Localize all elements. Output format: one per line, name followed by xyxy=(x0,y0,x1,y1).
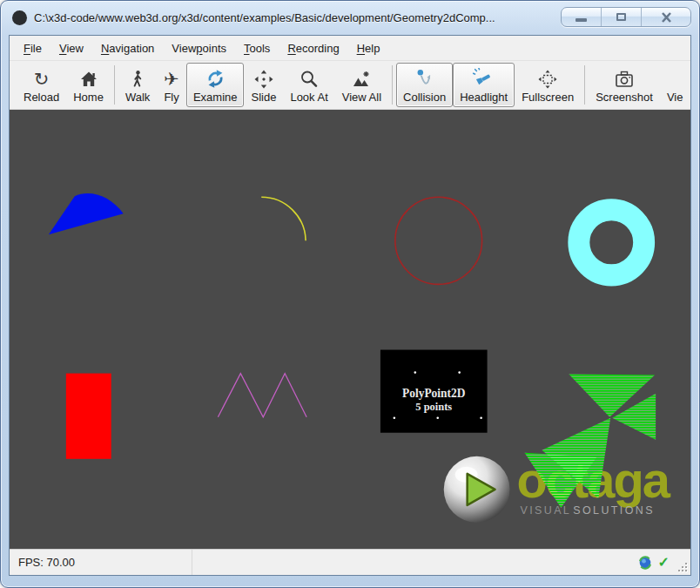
menu-label: ile xyxy=(30,42,42,55)
toolbar-button-reload[interactable]: ↻ Reload xyxy=(17,63,66,107)
viewport-canvas[interactable]: PolyPoint2D5 points octaga VISUAL SOLUTI… xyxy=(10,110,690,549)
window-title: C:\x3d-code/www.web3d.org/x3d/content/ex… xyxy=(34,11,495,24)
menu-item-viewpoints[interactable]: Viewpoints xyxy=(163,37,235,59)
toolbar-button-label: Examine xyxy=(193,91,238,105)
fps-label: FPS: 70.00 xyxy=(18,556,75,569)
menu-label: F xyxy=(24,42,30,55)
toolbar-button-look-at[interactable]: Look At xyxy=(283,63,334,107)
app-window: C:\x3d-code/www.web3d.org/x3d/content/ex… xyxy=(0,0,700,588)
statusbar: FPS: 70.00 ✓ xyxy=(10,549,690,575)
toolbar-button-slide[interactable]: Slide xyxy=(244,63,283,107)
client-area: File View Navigation Viewpoints Tools Re… xyxy=(9,35,691,576)
window-controls xyxy=(561,7,691,27)
shape-rectangle2d xyxy=(66,374,111,459)
minimize-button[interactable] xyxy=(562,8,602,26)
examine-icon xyxy=(205,67,226,91)
menu-label: N xyxy=(101,42,109,55)
toolbar-separator xyxy=(584,65,585,105)
menu-item-view[interactable]: View xyxy=(50,37,92,59)
toolbar-button-label: Walk xyxy=(125,91,150,105)
headlight-icon xyxy=(473,67,495,91)
toolbar-button-collision[interactable]: Collision xyxy=(396,63,453,107)
toolbar-separator xyxy=(392,65,393,105)
toolbar-separator xyxy=(114,65,115,105)
status-check-icon: ✓ xyxy=(658,556,670,570)
menu-item-recording[interactable]: Recording xyxy=(279,37,347,59)
fly-icon: ✈ xyxy=(164,67,179,91)
scene-shapes-layer: PolyPoint2D5 points xyxy=(49,193,644,459)
toolbar: ↻ Reload Home Walk ✈ Fly xyxy=(10,61,690,110)
close-icon xyxy=(661,12,672,23)
polypoint-count-label: 5 points xyxy=(415,401,452,413)
logo-tagline-visual: VISUAL xyxy=(521,504,572,517)
menu-item-tools[interactable]: Tools xyxy=(235,37,279,59)
point2d xyxy=(436,416,439,419)
polypoint-label: PolyPoint2D xyxy=(402,387,466,400)
network-globe-icon xyxy=(638,556,652,570)
toolbar-button-screenshot[interactable]: Screenshot xyxy=(589,63,660,107)
screenshot-icon xyxy=(614,67,635,91)
toolbar-button-label: Vie xyxy=(667,91,683,105)
toolbar-button-walk[interactable]: Walk xyxy=(118,63,157,107)
fullscreen-icon xyxy=(537,67,558,91)
menu-label: ools xyxy=(250,42,271,55)
toolbar-button-view-all[interactable]: View All xyxy=(335,63,388,107)
point2d xyxy=(458,371,461,374)
fps-panel: FPS: 70.00 xyxy=(10,550,192,575)
menu-label: iew xyxy=(66,42,84,55)
point2d xyxy=(394,416,396,419)
menu-label: H xyxy=(357,42,365,55)
menu-label: oints xyxy=(203,42,226,55)
shape-arcclose2d xyxy=(49,193,124,234)
shape-arc2d xyxy=(261,197,306,240)
menu-label: elp xyxy=(365,42,380,55)
look-at-icon xyxy=(299,67,320,91)
toolbar-button-examine[interactable]: Examine xyxy=(186,63,245,107)
menu-item-navigation[interactable]: Navigation xyxy=(92,37,163,59)
slide-icon xyxy=(253,67,274,91)
collision-icon xyxy=(414,67,435,91)
logo-tagline-solutions: SOLUTIONS xyxy=(573,504,655,517)
minimize-icon xyxy=(575,18,587,22)
close-button[interactable] xyxy=(642,8,690,26)
menu-label: R xyxy=(287,42,295,55)
point2d xyxy=(480,416,482,419)
point2d xyxy=(414,371,417,374)
reload-icon: ↻ xyxy=(34,67,50,91)
menu-item-help[interactable]: Help xyxy=(348,37,389,59)
toolbar-button-label: Collision xyxy=(403,91,446,105)
walk-icon xyxy=(127,67,148,91)
toolbar-button-label: Reload xyxy=(24,91,59,105)
toolbar-button-label: Look At xyxy=(290,91,327,105)
resize-grip[interactable] xyxy=(677,562,689,573)
toolbar-button-fullscreen[interactable]: Fullscreen xyxy=(515,63,581,107)
menu-item-file[interactable]: File xyxy=(15,37,50,59)
toolbar-button-fly[interactable]: ✈ Fly xyxy=(157,63,186,107)
shape-disk2d xyxy=(579,210,644,275)
toolbar-button-label: Slide xyxy=(251,91,276,105)
toolbar-button-view[interactable]: Vie xyxy=(660,63,690,107)
menu-label: avigation xyxy=(109,42,154,55)
menu-label: View xyxy=(172,42,196,55)
maximize-button[interactable] xyxy=(602,8,642,26)
menu-label: ecording xyxy=(296,42,340,55)
toolbar-button-label: Headlight xyxy=(460,91,508,105)
toolbar-button-home[interactable]: Home xyxy=(66,63,111,107)
octaga-sphere-icon xyxy=(12,10,27,25)
maximize-icon xyxy=(616,13,626,21)
toolbar-button-headlight[interactable]: Headlight xyxy=(453,63,515,107)
menu-label: p xyxy=(196,42,202,55)
toolbar-button-label: Screenshot xyxy=(596,91,653,105)
shape-circle2d xyxy=(395,197,482,284)
shape-polyline2d xyxy=(218,374,306,417)
scene-svg: PolyPoint2D5 points octaga VISUAL SOLUTI… xyxy=(10,110,690,549)
toolbar-button-label: View All xyxy=(342,91,381,105)
menubar: File View Navigation Viewpoints Tools Re… xyxy=(10,36,690,61)
toolbar-button-label: Fly xyxy=(164,91,178,105)
toolbar-button-label: Home xyxy=(73,91,104,105)
home-icon xyxy=(78,67,99,91)
toolbar-button-label: Fullscreen xyxy=(522,91,574,105)
view-all-icon xyxy=(351,67,372,91)
